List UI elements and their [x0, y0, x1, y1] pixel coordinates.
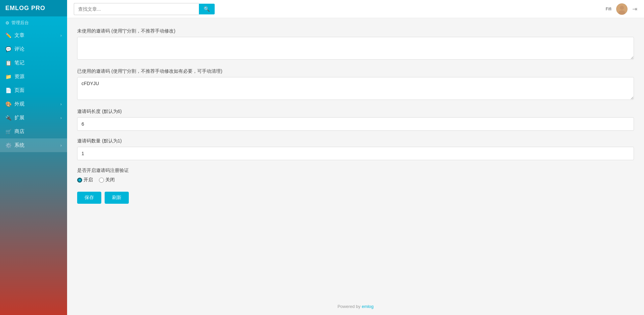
- logout-button[interactable]: ⇥: [632, 5, 637, 13]
- arrow-icon-extensions: ›: [60, 116, 62, 120]
- radio-close-label[interactable]: 关闭: [99, 177, 115, 183]
- notes-icon: 📋: [5, 60, 12, 66]
- sidebar-item-extensions[interactable]: 🔌 扩展 ›: [0, 111, 67, 125]
- register-verify-section: 是否开启邀请码注册验证 开启 关闭: [77, 168, 634, 183]
- logo: EMLOG PRO: [0, 0, 67, 16]
- appearance-icon: 🎨: [5, 101, 12, 107]
- code-length-section: 邀请码长度 (默认为6): [77, 109, 634, 131]
- pages-icon: 📄: [5, 87, 12, 93]
- sidebar-item-pages[interactable]: 📄 页面: [0, 83, 67, 97]
- code-length-label: 邀请码长度 (默认为6): [77, 109, 634, 115]
- sidebar-item-notes[interactable]: 📋 笔记: [0, 56, 67, 70]
- code-count-label: 邀请码数量 (默认为1): [77, 138, 634, 144]
- used-codes-section: 已使用的邀请码 (使用"|"分割，不推荐手动修改如有必要，可手动清理) cFDY…: [77, 68, 634, 101]
- sidebar-item-articles[interactable]: ✏️ 文章 ›: [0, 28, 67, 42]
- unused-codes-label: 未使用的邀请码 (使用"|"分割，不推荐手动修改): [77, 28, 634, 34]
- unused-codes-textarea[interactable]: [77, 37, 634, 60]
- code-length-input[interactable]: [77, 117, 634, 131]
- content-area: 未使用的邀请码 (使用"|"分割，不推荐手动修改) 已使用的邀请码 (使用"|"…: [67, 18, 644, 298]
- radio-close[interactable]: [99, 178, 104, 183]
- radio-open-label[interactable]: 开启: [77, 177, 93, 183]
- sidebar-item-comments[interactable]: 💬 评论: [0, 42, 67, 56]
- user-name: Fifi: [606, 6, 611, 11]
- radio-group: 开启 关闭: [77, 177, 634, 183]
- refresh-button[interactable]: 刷新: [105, 192, 129, 204]
- search-box: 🔍: [74, 3, 215, 15]
- sidebar-item-resources[interactable]: 📁 资源: [0, 70, 67, 83]
- emlog-link[interactable]: emlog: [362, 304, 373, 309]
- header-right: Fifi ⇥: [606, 3, 637, 15]
- articles-icon: ✏️: [5, 33, 12, 39]
- search-icon: 🔍: [204, 6, 210, 12]
- search-button[interactable]: 🔍: [199, 4, 215, 14]
- avatar: [616, 3, 628, 15]
- footer: Powered by emlog: [67, 298, 644, 315]
- sidebar-item-shop[interactable]: 🛒 商店: [0, 125, 67, 138]
- section-title: ⚙ 管理后台: [0, 16, 67, 28]
- used-codes-textarea[interactable]: cFDYJU: [77, 77, 634, 100]
- extensions-icon: 🔌: [5, 115, 12, 121]
- sidebar: EMLOG PRO ⚙ 管理后台 ✏️ 文章 › 💬 评论 📋 笔记 📁 资源 …: [0, 0, 67, 315]
- main-content: 🔍 Fifi ⇥ 未使用的邀请码 (使用"|"分割，不推荐手动修改) 已使用: [67, 0, 644, 315]
- code-count-section: 邀请码数量 (默认为1): [77, 138, 634, 160]
- save-button[interactable]: 保存: [77, 192, 101, 204]
- radio-open[interactable]: [77, 178, 82, 183]
- shop-icon: 🛒: [5, 129, 12, 135]
- svg-point-1: [620, 6, 624, 10]
- arrow-icon-system: ›: [60, 143, 62, 148]
- admin-icon: ⚙: [5, 20, 9, 25]
- action-buttons: 保存 刷新: [77, 192, 634, 204]
- arrow-icon: ›: [60, 33, 62, 38]
- system-icon: ⚙️: [5, 142, 12, 148]
- resources-icon: 📁: [5, 74, 12, 80]
- unused-codes-section: 未使用的邀请码 (使用"|"分割，不推荐手动修改): [77, 28, 634, 61]
- code-count-input[interactable]: [77, 147, 634, 160]
- register-verify-label: 是否开启邀请码注册验证: [77, 168, 634, 174]
- search-input[interactable]: [74, 3, 199, 15]
- arrow-icon-appearance: ›: [60, 102, 62, 107]
- sidebar-item-system[interactable]: ⚙️ 系统 ›: [0, 138, 67, 152]
- sidebar-item-appearance[interactable]: 🎨 外观 ›: [0, 97, 67, 111]
- comments-icon: 💬: [5, 46, 12, 52]
- used-codes-label: 已使用的邀请码 (使用"|"分割，不推荐手动修改如有必要，可手动清理): [77, 68, 634, 74]
- logout-icon: ⇥: [632, 6, 637, 12]
- header: 🔍 Fifi ⇥: [67, 0, 644, 18]
